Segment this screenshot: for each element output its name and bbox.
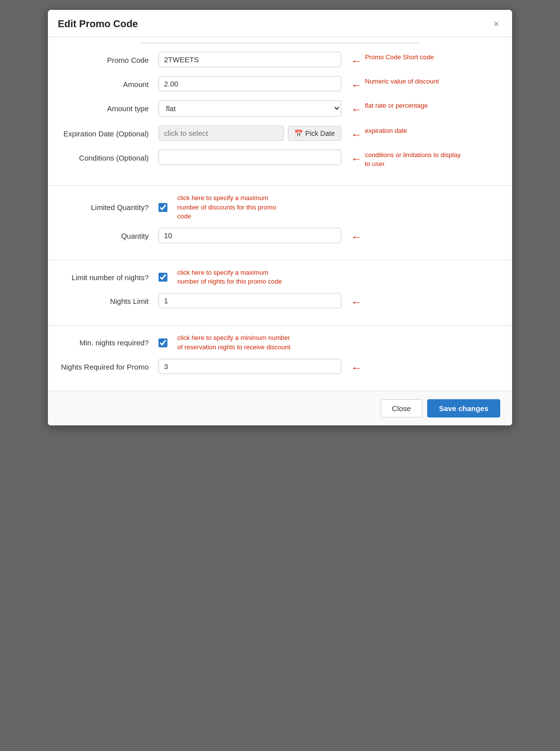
amount-annotation: ← Numeric value of discount [351, 76, 439, 91]
arrow-icon: ← [351, 104, 362, 115]
arrow-icon: ← [351, 154, 362, 165]
edit-promo-modal: Edit Promo Code × Promo Code ← Promo Cod… [48, 10, 512, 425]
arrow-icon: ← [351, 232, 362, 243]
expiration-date-input[interactable] [159, 125, 284, 141]
limited-quantity-annotation: click here to specify a maximum number o… [177, 194, 291, 221]
save-button[interactable]: Save changes [427, 399, 500, 417]
amount-type-row: Amount type flat percentage ← flat rate … [60, 100, 500, 117]
nights-limit-control [159, 293, 341, 308]
conditions-annotation-text: conditions or limitations to display to … [365, 150, 464, 168]
limit-nights-annotation: click here to specify a maximum number o… [177, 268, 291, 286]
expiration-date-row: Expiration Date (Optional) 📅 Pick Date ←… [60, 125, 500, 141]
nights-required-annotation: ← [351, 359, 362, 374]
modal-close-button[interactable]: × [490, 18, 502, 30]
arrow-icon: ← [351, 80, 362, 91]
promo-code-control [159, 52, 341, 67]
pick-date-label: Pick Date [305, 129, 335, 137]
amount-annotation-text: Numeric value of discount [365, 76, 439, 86]
conditions-label: Conditions (Optional) [60, 150, 159, 163]
promo-code-row: Promo Code ← Promo Code Short code [60, 52, 500, 67]
quantity-annotation: ← [351, 228, 362, 243]
expiration-annotation: ← expiration date [351, 125, 407, 140]
conditions-control [159, 150, 341, 165]
promo-code-annotation-text: Promo Code Short code [365, 52, 434, 62]
amount-type-control: flat percentage [159, 100, 341, 117]
nights-limit-row: Nights Limit ← [60, 293, 500, 308]
quantity-control [159, 228, 341, 243]
modal-body: Promo Code ← Promo Code Short code Amoun… [48, 37, 512, 391]
amount-input[interactable] [159, 76, 341, 91]
amount-row: Amount ← Numeric value of discount [60, 76, 500, 91]
arrow-icon: ← [351, 129, 362, 140]
amount-label: Amount [60, 76, 159, 89]
min-nights-required-label: Min. nights required? [60, 338, 159, 347]
expiration-date-control: 📅 Pick Date [159, 125, 341, 141]
promo-code-label: Promo Code [60, 52, 159, 65]
expiration-date-label: Expiration Date (Optional) [60, 125, 159, 139]
nights-limit-section: Limit number of nights? click here to sp… [48, 260, 512, 325]
quantity-label: Quantity [60, 228, 159, 241]
arrow-icon: ← [351, 363, 362, 374]
promo-code-annotation: ← Promo Code Short code [351, 52, 434, 67]
nights-required-control [159, 359, 341, 374]
top-divider [141, 42, 419, 44]
quantity-input[interactable] [159, 228, 341, 243]
nights-required-row: Nights Required for Promo ← [60, 359, 500, 374]
conditions-annotation: ← conditions or limitations to display t… [351, 150, 464, 168]
close-button[interactable]: Close [381, 399, 422, 417]
min-nights-required-row: Min. nights required? click here to spec… [60, 334, 500, 351]
amount-type-select[interactable]: flat percentage [159, 100, 341, 117]
expiration-annotation-text: expiration date [365, 125, 407, 135]
arrow-icon: ← [351, 56, 362, 67]
limit-nights-label: Limit number of nights? [60, 273, 159, 282]
pick-date-button[interactable]: 📅 Pick Date [288, 126, 341, 141]
basic-fields-section: Promo Code ← Promo Code Short code Amoun… [48, 47, 512, 185]
modal-footer: Close Save changes [48, 391, 512, 425]
nights-required-input[interactable] [159, 359, 341, 374]
nights-limit-annotation: ← [351, 293, 362, 308]
nights-limit-input[interactable] [159, 293, 341, 308]
conditions-input[interactable] [159, 150, 341, 165]
limit-nights-row: Limit number of nights? click here to sp… [60, 268, 500, 286]
limited-quantity-label: Limited Quantity? [60, 203, 159, 211]
modal-header: Edit Promo Code × [48, 10, 512, 37]
arrow-icon: ← [351, 297, 362, 308]
nights-required-label: Nights Required for Promo [60, 359, 159, 372]
limited-quantity-row: Limited Quantity? click here to specify … [60, 194, 500, 221]
min-nights-section: Min. nights required? click here to spec… [48, 325, 512, 390]
amount-type-annotation: ← flat rate or percentage [351, 100, 428, 115]
amount-control [159, 76, 341, 91]
nights-limit-label: Nights Limit [60, 293, 159, 306]
quantity-row: Quantity ← [60, 228, 500, 243]
min-nights-annotation-text: click here to specify a minimum number o… [177, 334, 291, 351]
limited-quantity-checkbox[interactable] [159, 203, 167, 212]
amount-type-label: Amount type [60, 100, 159, 114]
conditions-row: Conditions (Optional) ← conditions or li… [60, 150, 500, 168]
quantity-section: Limited Quantity? click here to specify … [48, 185, 512, 260]
limit-nights-checkbox[interactable] [159, 273, 167, 282]
calendar-icon: 📅 [294, 129, 303, 137]
modal-title: Edit Promo Code [58, 18, 138, 30]
promo-code-input[interactable] [159, 52, 341, 67]
amount-type-annotation-text: flat rate or percentage [365, 100, 428, 110]
min-nights-required-checkbox[interactable] [159, 338, 167, 347]
